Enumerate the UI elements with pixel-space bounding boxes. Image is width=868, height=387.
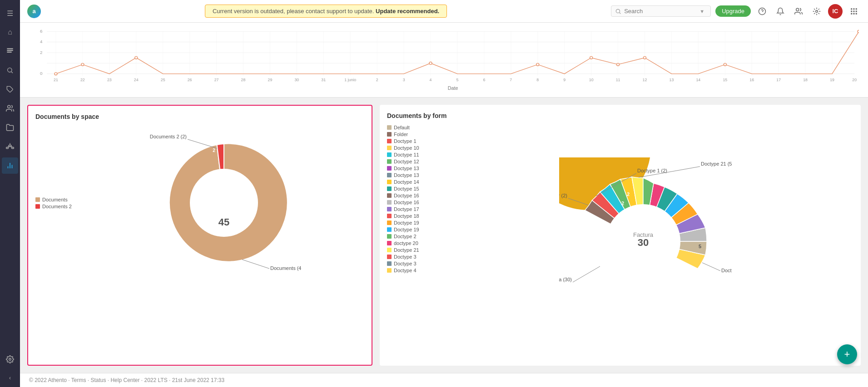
sidebar-collapse-button[interactable]: ‹	[2, 372, 18, 383]
search-dropdown-arrow[interactable]: ▼	[699, 9, 704, 14]
ld14	[387, 214, 392, 218]
banner-text-bold: Update recommended.	[376, 8, 439, 15]
notifications-icon[interactable]	[774, 5, 787, 18]
sidebar-item-folder[interactable]	[2, 119, 18, 136]
documents-by-form-title: Documents by form	[387, 112, 853, 119]
topbar-right: ▼ Upgrade IC	[611, 4, 861, 19]
footer-helpcenter-link[interactable]: Help Center	[110, 377, 139, 383]
footer-terms-link[interactable]: Terms	[71, 377, 86, 383]
svg-text:31: 31	[321, 78, 326, 83]
footer-status-link[interactable]: Status	[90, 377, 106, 383]
documents-by-space-card: Documents by space Documents Documents 2	[27, 105, 372, 366]
ld7	[387, 166, 392, 171]
banner-text-normal: Current version is outdated, please cont…	[213, 8, 374, 15]
svg-point-78	[644, 56, 646, 59]
svg-point-16	[9, 358, 11, 361]
legend-dot-documents2	[35, 204, 40, 209]
upgrade-button[interactable]: Upgrade	[715, 5, 751, 17]
documents-by-form-card: Documents by form Default Folder Doctype…	[380, 105, 861, 366]
svg-text:Folder (2): Folder (2)	[559, 193, 567, 198]
ld5	[387, 152, 392, 157]
svg-rect-29	[851, 13, 852, 14]
svg-point-72	[81, 63, 84, 66]
svg-text:Documents (45): Documents (45)	[270, 265, 301, 271]
ld22	[387, 268, 392, 273]
svg-text:18: 18	[803, 78, 808, 83]
svg-text:12: 12	[643, 78, 647, 83]
ld1	[387, 125, 392, 130]
svg-rect-26	[851, 10, 852, 12]
svg-text:22: 22	[80, 78, 85, 83]
svg-text:4: 4	[40, 39, 43, 44]
help-icon[interactable]	[755, 5, 769, 18]
svg-text:6: 6	[483, 78, 485, 83]
svg-line-131	[702, 263, 720, 271]
grid-icon[interactable]	[847, 5, 861, 18]
svg-point-21	[796, 8, 799, 11]
sidebar-item-settings[interactable]	[2, 351, 18, 367]
ld3	[387, 139, 392, 143]
svg-point-74	[429, 62, 432, 65]
svg-text:30: 30	[294, 78, 299, 83]
svg-text:26: 26	[188, 78, 192, 83]
svg-rect-25	[856, 8, 857, 10]
footer: © 2022 Athento · Terms · Status · Help C…	[20, 373, 868, 387]
space-donut-svg-area: 45 Documents 2 (2) 2 Documents (45)	[84, 126, 364, 280]
footer-date: 21st June 2022 17:33	[172, 377, 224, 383]
svg-text:0: 0	[40, 71, 42, 76]
svg-point-77	[617, 63, 620, 66]
svg-text:2: 2	[621, 201, 624, 206]
form-donut-svg: Factura 30 Factura (30) Folder (2) D	[559, 157, 732, 325]
svg-text:Documents 2 (2): Documents 2 (2)	[150, 134, 187, 139]
logo-icon: a	[27, 5, 41, 18]
svg-text:16: 16	[749, 78, 754, 83]
ld21	[387, 261, 392, 266]
svg-text:30: 30	[637, 237, 648, 248]
svg-text:7: 7	[510, 78, 512, 83]
sidebar-item-people[interactable]	[2, 100, 18, 117]
svg-text:14: 14	[696, 78, 700, 83]
svg-text:3: 3	[403, 78, 405, 83]
svg-rect-27	[853, 10, 855, 12]
sidebar-item-hierarchy[interactable]	[2, 138, 18, 155]
ld9	[387, 180, 392, 184]
svg-text:45: 45	[218, 216, 229, 228]
main-area: a Current version is outdated, please co…	[20, 0, 868, 387]
sidebar-item-home[interactable]: ⌂	[2, 24, 18, 40]
sidebar-item-search[interactable]	[2, 62, 18, 78]
line-chart-section: 6 4 2 0	[20, 23, 868, 98]
ld12	[387, 200, 392, 205]
banner: Current version is outdated, please cont…	[46, 5, 605, 18]
svg-text:25: 25	[161, 78, 165, 83]
svg-text:13: 13	[670, 78, 674, 83]
search-container[interactable]: ▼	[611, 5, 711, 17]
avatar[interactable]: IC	[828, 4, 843, 19]
svg-line-118	[242, 260, 269, 269]
svg-text:Doctype 4 (5): Doctype 4 (5)	[721, 268, 732, 273]
svg-text:11: 11	[616, 78, 620, 83]
svg-text:5: 5	[698, 244, 701, 249]
search-input[interactable]	[624, 8, 697, 15]
ld16	[387, 227, 392, 232]
svg-point-17	[616, 9, 620, 13]
svg-point-6	[8, 105, 10, 108]
svg-line-4	[11, 72, 13, 73]
form-legend: Default Folder Doctype 1 Doctype 10 Doct…	[387, 125, 432, 358]
footer-version: 2022 LTS	[144, 377, 168, 383]
ld15	[387, 220, 392, 225]
sidebar-item-menu[interactable]: ☰	[2, 5, 18, 21]
banner-message: Current version is outdated, please cont…	[205, 5, 447, 18]
svg-text:Doctype 1 (2): Doctype 1 (2)	[637, 168, 667, 173]
appearance-icon[interactable]	[810, 5, 823, 18]
svg-point-71	[55, 73, 57, 75]
content-area: 6 4 2 0	[20, 23, 868, 387]
svg-rect-31	[856, 13, 857, 14]
svg-text:8: 8	[536, 78, 539, 83]
sidebar-item-reports[interactable]	[2, 157, 18, 174]
svg-line-18	[620, 12, 621, 14]
sidebar-item-docs[interactable]	[2, 43, 18, 59]
fab-add-button[interactable]: +	[837, 344, 857, 364]
sidebar-item-tags[interactable]	[2, 81, 18, 98]
topbar: a Current version is outdated, please co…	[20, 0, 868, 23]
users-icon[interactable]	[792, 5, 805, 18]
